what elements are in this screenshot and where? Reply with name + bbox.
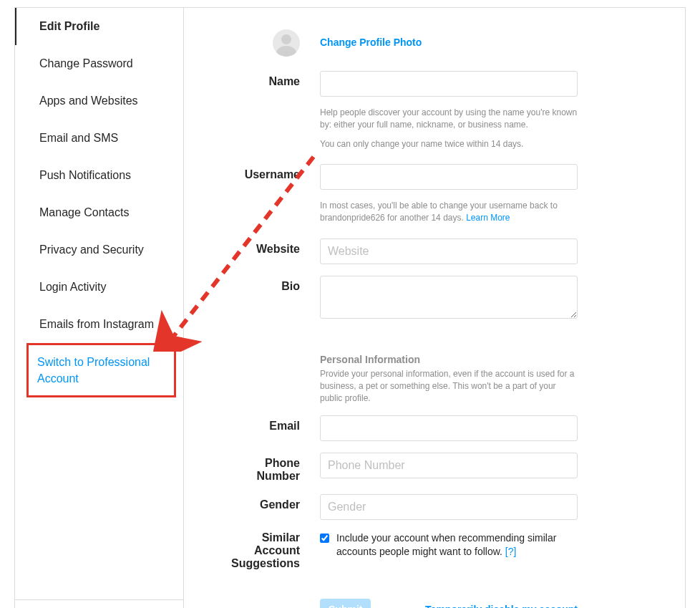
phone-label: Phone Number	[227, 453, 320, 483]
bio-textarea[interactable]	[320, 276, 578, 319]
gender-label: Gender	[227, 494, 320, 520]
personal-info-row: Personal Information Provide your person…	[227, 332, 642, 404]
edit-profile-form: Change Profile Photo Name Help people di…	[184, 8, 685, 608]
sidebar-item-emails-from-instagram[interactable]: Emails from Instagram	[15, 306, 183, 343]
sidebar-item-email-and-sms[interactable]: Email and SMS	[15, 120, 183, 157]
suggestions-checkbox-label: Include your account when recommending s…	[336, 531, 578, 559]
gender-input[interactable]	[320, 494, 578, 520]
settings-sidebar: Edit Profile Change Password Apps and We…	[15, 8, 184, 608]
settings-container: Edit Profile Change Password Apps and We…	[14, 7, 686, 608]
bio-label: Bio	[227, 276, 320, 321]
suggestions-checkbox[interactable]	[320, 533, 329, 544]
email-input[interactable]	[320, 415, 578, 441]
suggestions-row: Similar Account Suggestions Include your…	[227, 531, 642, 570]
sidebar-item-login-activity[interactable]: Login Activity	[15, 269, 183, 306]
suggestions-checkbox-wrap[interactable]: Include your account when recommending s…	[320, 531, 578, 559]
sidebar-item-apps-and-websites[interactable]: Apps and Websites	[15, 82, 183, 120]
phone-row: Phone Number	[227, 453, 642, 483]
sidebar-item-switch-professional[interactable]: Switch to Professional Account	[26, 343, 176, 397]
sidebar-item-manage-contacts[interactable]: Manage Contacts	[15, 194, 183, 231]
name-help-text-1: Help people discover your account by usi…	[320, 107, 578, 131]
name-help-text-2: You can only change your name twice with…	[320, 138, 578, 150]
username-help-text: In most cases, you'll be able to change …	[320, 200, 578, 224]
email-label: Email	[227, 415, 320, 441]
username-learn-more-link[interactable]: Learn More	[466, 213, 510, 223]
gender-row: Gender	[227, 494, 642, 520]
name-row: Name Help people discover your account b…	[227, 71, 642, 150]
website-row: Website	[227, 238, 642, 264]
website-label: Website	[227, 238, 320, 264]
sidebar-footer: FACEBOOK Accounts Center	[15, 599, 183, 608]
personal-info-text: Provide your personal information, even …	[320, 368, 578, 404]
username-row: Username In most cases, you'll be able t…	[227, 164, 642, 224]
sidebar-item-edit-profile[interactable]: Edit Profile	[15, 8, 183, 45]
sidebar-item-change-password[interactable]: Change Password	[15, 45, 183, 82]
username-label: Username	[227, 164, 320, 224]
avatar-row: Change Profile Photo	[227, 29, 642, 57]
bio-row: Bio	[227, 276, 642, 321]
name-input[interactable]	[320, 71, 578, 97]
email-row: Email	[227, 415, 642, 441]
sidebar-item-push-notifications[interactable]: Push Notifications	[15, 157, 183, 194]
suggestions-label: Similar Account Suggestions	[227, 531, 320, 570]
phone-input[interactable]	[320, 453, 578, 478]
sidebar-nav: Edit Profile Change Password Apps and We…	[15, 8, 183, 599]
change-profile-photo-link[interactable]: Change Profile Photo	[320, 29, 578, 48]
actions-row: Submit Temporarily disable my account	[227, 599, 642, 608]
website-input[interactable]	[320, 238, 578, 264]
sidebar-item-privacy-and-security[interactable]: Privacy and Security	[15, 231, 183, 269]
temporarily-disable-link[interactable]: Temporarily disable my account	[425, 604, 578, 608]
personal-info-heading: Personal Information	[320, 354, 578, 365]
username-input[interactable]	[320, 164, 578, 190]
submit-button[interactable]: Submit	[320, 599, 371, 608]
suggestions-help-link[interactable]: [?]	[505, 546, 517, 557]
profile-avatar[interactable]	[273, 29, 300, 57]
name-label: Name	[227, 71, 320, 150]
